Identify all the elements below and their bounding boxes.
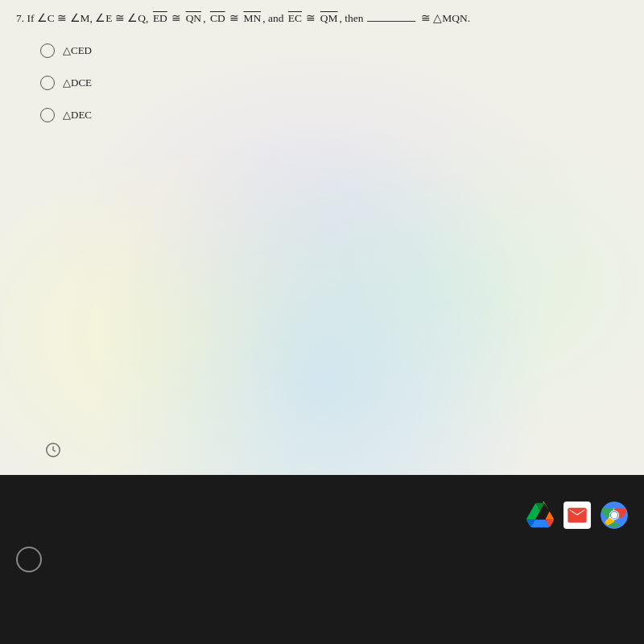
content-area: 7. If ∠C ≅ ∠M, ∠E ≅ ∠Q, ED ≅ QN , CD ≅ M… [0, 0, 644, 475]
segment-cd: CD [210, 10, 225, 27]
taskbar [0, 475, 644, 644]
question-number: 7. If ∠C ≅ ∠M, ∠E ≅ ∠Q, [16, 10, 151, 27]
segment-ec: EC [288, 10, 302, 27]
congruent-4: ≅ △MQN. [419, 10, 471, 27]
google-drive-icon[interactable] [526, 502, 554, 529]
radio-c[interactable] [40, 108, 55, 122]
segment-mn: MN [243, 10, 261, 27]
comma-2: , and [262, 10, 287, 27]
congruent-1: ≅ [169, 10, 184, 27]
taskbar-right-icons [526, 502, 628, 529]
radio-a[interactable] [40, 43, 55, 58]
option-c-label: △DEC [63, 109, 92, 122]
option-b-label: △DCE [63, 76, 92, 89]
options-list: △CED △DCE △DEC [16, 43, 628, 122]
comma-3: , then [340, 10, 364, 27]
option-c[interactable]: △DEC [40, 108, 628, 122]
congruent-3: ≅ [303, 10, 319, 27]
question-text: 7. If ∠C ≅ ∠M, ∠E ≅ ∠Q, ED ≅ QN , CD ≅ M… [16, 10, 628, 27]
svg-point-6 [611, 512, 617, 518]
question-container: 7. If ∠C ≅ ∠M, ∠E ≅ ∠Q, ED ≅ QN , CD ≅ M… [0, 0, 644, 132]
segment-qn: QN [186, 10, 202, 27]
option-b[interactable]: △DCE [40, 76, 628, 90]
segment-qm: QM [320, 10, 338, 27]
clock-icon [44, 441, 62, 459]
option-a-label: △CED [63, 44, 92, 57]
comma-1: , [203, 10, 208, 27]
radio-b[interactable] [40, 76, 55, 90]
segment-ed: ED [153, 10, 167, 27]
congruent-2: ≅ [227, 10, 242, 27]
taskbar-circle-button[interactable] [16, 547, 42, 572]
chrome-icon[interactable] [601, 502, 628, 529]
option-a[interactable]: △CED [40, 43, 628, 58]
answer-blank [367, 21, 415, 22]
gmail-icon[interactable] [564, 502, 591, 529]
